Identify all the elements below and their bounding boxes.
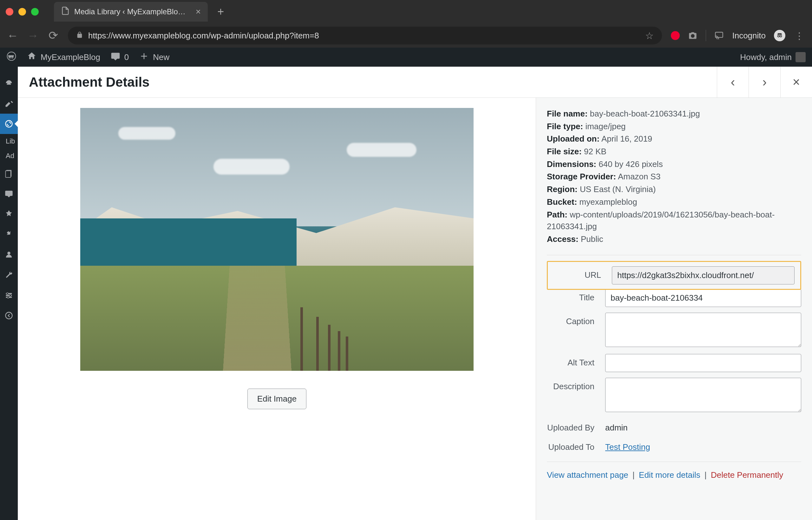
meta-dimensions: Dimensions: 640 by 426 pixels (547, 158, 801, 171)
sidebar-item-media[interactable] (0, 114, 18, 134)
close-tab-button[interactable]: × (196, 7, 201, 17)
wp-logo-menu[interactable] (6, 51, 17, 63)
sidebar-sub-add-new[interactable]: Ad (0, 149, 18, 163)
meta-path: Path: wp-content/uploads/2019/04/1621305… (547, 209, 801, 233)
sidebar-item-posts[interactable] (0, 93, 18, 114)
svg-point-11 (6, 293, 8, 294)
page-icon (61, 6, 70, 17)
url-input[interactable] (612, 266, 794, 284)
address-bar[interactable]: https://www.myexampleblog.com/wp-admin/u… (68, 27, 662, 45)
svg-point-12 (9, 294, 11, 296)
url-text: https://www.myexampleblog.com/wp-admin/u… (88, 31, 640, 41)
sidebar-item-users[interactable] (0, 244, 18, 265)
meta-file-size: File size: 92 KB (547, 146, 801, 158)
avatar (795, 52, 806, 62)
modal-header: Attachment Details ‹ › × (18, 67, 812, 98)
alt-text-input[interactable] (605, 354, 801, 372)
meta-file-name: File name: bay-beach-boat-21063341.jpg (547, 108, 801, 120)
toolbar-right: Incognito ⋮ (671, 30, 805, 41)
wordpress-icon (6, 51, 17, 63)
sidebar-item-settings[interactable] (0, 285, 18, 305)
attachment-details-modal: Attachment Details ‹ › × (18, 67, 812, 520)
page-body: Lib Ad Attachment Details ‹ (0, 67, 812, 520)
sidebar-sub-library[interactable]: Lib (0, 134, 18, 149)
comments-count: 0 (124, 52, 129, 62)
meta-uploaded-on: Uploaded on: April 16, 2019 (547, 133, 801, 145)
svg-point-2 (780, 35, 782, 37)
svg-point-13 (7, 296, 9, 298)
site-name-link[interactable]: MyExampleBlog (27, 51, 100, 63)
uploaded-to-label: Uploaded To (547, 438, 594, 452)
uploaded-by-label: Uploaded By (547, 419, 594, 433)
sidebar-collapse-button[interactable] (0, 305, 18, 326)
new-content-link[interactable]: New (139, 51, 169, 63)
delete-permanently-link[interactable]: Delete Permanently (711, 470, 783, 480)
svg-point-4 (6, 121, 12, 127)
next-attachment-button[interactable]: › (749, 67, 780, 98)
sidebar-item-dashboard[interactable] (0, 73, 18, 93)
tab-title: Media Library ‹ MyExampleBlo… (74, 7, 186, 16)
sidebar-item-pages[interactable] (0, 163, 18, 183)
site-name: MyExampleBlog (40, 52, 100, 62)
browser-tab[interactable]: Media Library ‹ MyExampleBlo… × (54, 2, 208, 22)
comments-icon (110, 51, 120, 63)
howdy-account[interactable]: Howdy, admin (740, 52, 806, 62)
incognito-icon[interactable] (774, 30, 785, 41)
sidebar-item-tools[interactable] (0, 265, 18, 285)
svg-point-7 (7, 252, 10, 255)
meta-file-type: File type: image/jpeg (547, 121, 801, 133)
url-field-highlight: URL (547, 261, 801, 290)
maximize-window-button[interactable] (31, 8, 39, 16)
minimize-window-button[interactable] (19, 8, 26, 16)
uploaded-to-link[interactable]: Test Posting (605, 442, 650, 452)
prev-attachment-button[interactable]: ‹ (717, 67, 749, 98)
close-window-button[interactable] (6, 8, 13, 16)
caption-textarea[interactable] (605, 313, 801, 347)
svg-rect-0 (716, 32, 723, 37)
forward-button[interactable]: → (27, 29, 39, 42)
reload-button[interactable]: ⟳ (48, 29, 59, 42)
meta-storage-provider: Storage Provider: Amazon S3 (547, 171, 801, 183)
description-label: Description (547, 378, 594, 391)
new-label: New (153, 52, 169, 62)
camera-icon[interactable] (688, 31, 698, 40)
titlebar: Media Library ‹ MyExampleBlo… × + (0, 0, 812, 24)
sidebar-item-appearance[interactable] (0, 204, 18, 224)
incognito-label: Incognito (732, 31, 766, 41)
separator (547, 255, 801, 255)
attachment-image (80, 108, 474, 371)
attachment-details-pane: File name: bay-beach-boat-21063341.jpg F… (536, 98, 812, 520)
modal-content: Edit Image File name: bay-beach-boat-210… (18, 98, 812, 520)
back-button[interactable]: ← (7, 29, 19, 42)
sidebar-item-comments[interactable] (0, 183, 18, 204)
plus-icon (139, 51, 149, 63)
edit-image-button[interactable]: Edit Image (247, 389, 306, 409)
separator (547, 462, 801, 462)
svg-point-1 (778, 35, 780, 37)
action-links: View attachment page | Edit more details… (547, 470, 801, 480)
howdy-text: Howdy, admin (740, 52, 792, 62)
meta-bucket: Bucket: myexampleblog (547, 196, 801, 208)
view-attachment-page-link[interactable]: View attachment page (547, 470, 628, 480)
extension-shield-icon[interactable] (671, 31, 680, 40)
home-icon (27, 51, 37, 63)
url-label: URL (554, 266, 601, 280)
close-modal-button[interactable]: × (780, 67, 812, 98)
caption-label: Caption (547, 313, 594, 326)
wp-admin-sidebar: Lib Ad (0, 67, 18, 520)
edit-more-details-link[interactable]: Edit more details (639, 470, 700, 480)
cast-icon[interactable] (714, 31, 724, 40)
title-label: Title (547, 289, 594, 303)
sidebar-item-plugins[interactable] (0, 224, 18, 244)
new-tab-button[interactable]: + (217, 5, 224, 19)
window-controls (6, 8, 39, 16)
description-textarea[interactable] (605, 378, 801, 412)
lock-icon (76, 31, 83, 40)
title-input[interactable] (605, 289, 801, 307)
star-icon[interactable]: ☆ (645, 30, 654, 41)
browser-chrome: Media Library ‹ MyExampleBlo… × + ← → ⟳ … (0, 0, 812, 48)
browser-menu-button[interactable]: ⋮ (793, 30, 805, 41)
attachment-preview-pane: Edit Image (18, 98, 536, 520)
comments-link[interactable]: 0 (110, 51, 129, 63)
modal-title: Attachment Details (18, 75, 717, 90)
